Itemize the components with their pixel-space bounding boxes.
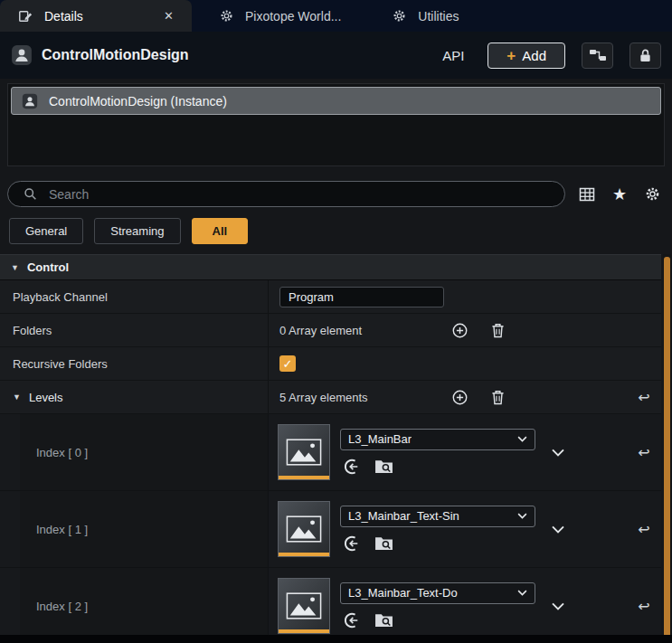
trash-icon[interactable] bbox=[487, 387, 507, 407]
chevron-down-icon bbox=[517, 436, 527, 442]
details-header: ControlMotionDesign API + Add bbox=[0, 32, 672, 79]
tabwell-spacer bbox=[482, 0, 672, 32]
tab-close-icon[interactable]: ✕ bbox=[160, 7, 177, 24]
reset-to-default-icon[interactable]: ↩ bbox=[638, 598, 649, 615]
api-label[interactable]: API bbox=[442, 48, 464, 63]
row-levels: ▼ Levels 5 Array elements ↩ bbox=[0, 381, 661, 414]
row-playback-channel: Playback Channel bbox=[0, 280, 661, 314]
tab-utilities-label: Utilities bbox=[418, 9, 459, 24]
recursive-folders-label: Recursive Folders bbox=[13, 357, 108, 371]
expand-chevron-icon[interactable] bbox=[552, 602, 564, 610]
expand-chevron-icon[interactable] bbox=[552, 449, 564, 457]
tab-details-label: Details bbox=[44, 9, 83, 24]
tab-details[interactable]: Details ✕ bbox=[0, 0, 192, 32]
lock-icon bbox=[639, 48, 652, 63]
blueprint-graph-button[interactable] bbox=[582, 43, 613, 69]
folders-label: Folders bbox=[13, 324, 52, 337]
level-asset-thumbnail[interactable] bbox=[278, 501, 330, 557]
property-grid: ▼ Control Playback Channel Folders 0 Arr… bbox=[0, 254, 672, 643]
playback-channel-input[interactable] bbox=[279, 287, 444, 307]
caret-down-icon: ▼ bbox=[11, 263, 19, 272]
use-selected-asset-icon[interactable] bbox=[342, 534, 362, 553]
add-element-icon[interactable] bbox=[450, 387, 469, 407]
search-icon bbox=[19, 184, 41, 205]
level-asset-dropdown[interactable]: L3_Mainbar_Text-Do bbox=[340, 582, 535, 604]
mountain-thumbnail-icon bbox=[286, 515, 322, 544]
gear-icon bbox=[215, 5, 237, 27]
use-selected-asset-icon[interactable] bbox=[342, 457, 362, 477]
level-asset-thumbnail[interactable] bbox=[278, 578, 330, 634]
use-selected-asset-icon[interactable] bbox=[342, 610, 362, 630]
section-control[interactable]: ▼ Control bbox=[0, 254, 661, 280]
level-asset-thumbnail[interactable] bbox=[278, 424, 330, 480]
expand-chevron-icon[interactable] bbox=[552, 525, 564, 534]
search-row: ★ bbox=[0, 166, 672, 213]
settings-gear-icon[interactable] bbox=[641, 184, 663, 205]
add-button-label: Add bbox=[522, 48, 546, 63]
folders-count: 0 Array element bbox=[279, 324, 431, 337]
chevron-down-icon bbox=[517, 590, 527, 596]
row-folders: Folders 0 Array element bbox=[0, 314, 661, 347]
search-input[interactable] bbox=[49, 187, 554, 202]
index-1-label: Index [ 1 ] bbox=[36, 523, 88, 536]
level-asset-dropdown[interactable]: L3_Mainbar_Text-Sin bbox=[340, 506, 535, 527]
filter-streaming-button[interactable]: Streaming bbox=[94, 218, 180, 244]
instance-row-selected[interactable]: ControlMotionDesign (Instance) bbox=[11, 87, 661, 115]
row-recursive-folders: Recursive Folders ✓ bbox=[0, 347, 661, 381]
browse-to-asset-icon[interactable] bbox=[374, 610, 393, 630]
level-asset-name: L3_Mainbar_Text-Do bbox=[348, 586, 458, 600]
recursive-folders-checkbox[interactable]: ✓ bbox=[279, 355, 296, 372]
mountain-thumbnail-icon bbox=[286, 438, 322, 467]
search-box[interactable] bbox=[7, 181, 565, 207]
page-title: ControlMotionDesign bbox=[42, 47, 189, 63]
scrollbar-thumb[interactable] bbox=[664, 257, 670, 638]
browse-to-asset-icon[interactable] bbox=[374, 457, 393, 477]
actor-icon bbox=[19, 90, 41, 112]
vertical-scrollbar[interactable] bbox=[663, 254, 671, 643]
tab-bar: Details ✕ Pixotope World... Utilities bbox=[0, 0, 672, 32]
tab-pixotope-world-label: Pixotope World... bbox=[245, 9, 341, 24]
filter-general-button[interactable]: General bbox=[9, 218, 83, 244]
level-asset-name: L3_MainBar bbox=[348, 432, 412, 446]
actor-icon bbox=[11, 44, 33, 66]
tab-pixotope-world[interactable]: Pixotope World... bbox=[192, 0, 364, 32]
instance-row-label: ControlMotionDesign (Instance) bbox=[49, 94, 227, 109]
mountain-thumbnail-icon bbox=[286, 591, 322, 620]
level-asset-name: L3_Mainbar_Text-Sin bbox=[348, 509, 459, 523]
level-asset-dropdown[interactable]: L3_MainBar bbox=[340, 429, 535, 450]
tab-utilities[interactable]: Utilities bbox=[364, 0, 482, 32]
reset-to-default-icon[interactable]: ↩ bbox=[638, 444, 649, 461]
plus-icon: + bbox=[506, 48, 516, 63]
row-level-index-1: Index [ 1 ] L3_Mainbar_Text-Sin bbox=[0, 491, 661, 568]
gear-icon bbox=[388, 5, 410, 27]
reset-to-default-icon[interactable]: ↩ bbox=[638, 389, 649, 406]
favorites-star-icon[interactable]: ★ bbox=[609, 184, 630, 205]
levels-count: 5 Array elements bbox=[279, 391, 431, 404]
lock-button[interactable] bbox=[629, 43, 661, 69]
filter-row: General Streaming All bbox=[0, 213, 672, 254]
browse-to-asset-icon[interactable] bbox=[374, 534, 393, 553]
playback-channel-label: Playback Channel bbox=[13, 290, 108, 304]
component-tree-panel: ControlMotionDesign (Instance) bbox=[7, 83, 665, 166]
details-panel-window: Details ✕ Pixotope World... Utilities Co… bbox=[0, 0, 672, 643]
details-edit-icon bbox=[14, 5, 36, 27]
row-level-index-2: Index [ 2 ] L3_Mainbar_Text-Do bbox=[0, 568, 661, 643]
row-level-index-0: Index [ 0 ] L3_MainBar bbox=[0, 414, 661, 491]
node-graph-icon bbox=[589, 48, 607, 62]
index-0-label: Index [ 0 ] bbox=[36, 446, 88, 459]
add-button[interactable]: + Add bbox=[487, 43, 565, 69]
filter-all-button[interactable]: All bbox=[192, 218, 249, 244]
section-control-label: Control bbox=[27, 260, 69, 274]
add-element-icon[interactable] bbox=[450, 320, 469, 340]
check-icon: ✓ bbox=[283, 357, 293, 371]
docked-panel-edge bbox=[0, 635, 672, 643]
trash-icon[interactable] bbox=[487, 320, 507, 340]
reset-to-default-icon[interactable]: ↩ bbox=[638, 521, 649, 538]
levels-label: Levels bbox=[29, 391, 63, 404]
index-2-label: Index [ 2 ] bbox=[36, 600, 88, 613]
display-filter-grid-icon[interactable] bbox=[576, 184, 598, 205]
chevron-down-icon bbox=[517, 513, 527, 519]
caret-down-icon[interactable]: ▼ bbox=[13, 392, 21, 402]
